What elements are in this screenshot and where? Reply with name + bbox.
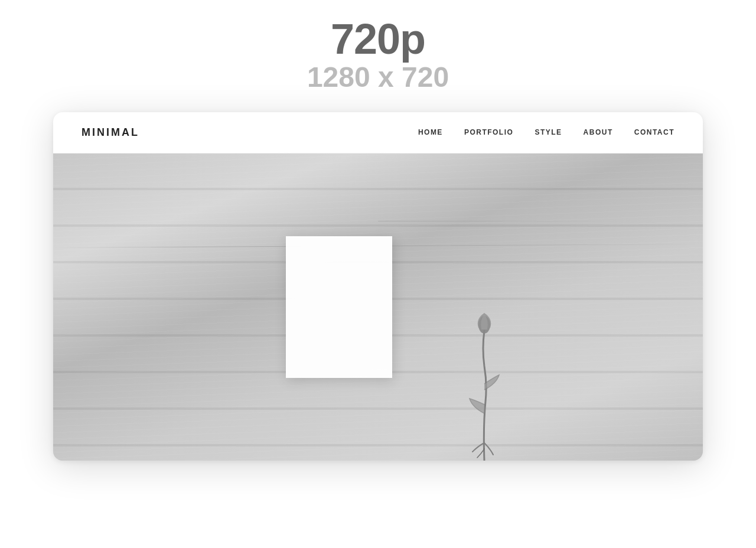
- hero-card: [286, 236, 392, 378]
- site-header: MINIMAL HOME PORTFOLIO STYLE ABOUT CONTA…: [53, 112, 703, 154]
- site-nav: HOME PORTFOLIO STYLE ABOUT CONTACT: [418, 128, 674, 136]
- nav-item-portfolio[interactable]: PORTFOLIO: [464, 128, 514, 136]
- nav-item-home[interactable]: HOME: [418, 128, 443, 136]
- resolution-badge: 720p 1280 x 720: [307, 18, 449, 94]
- resolution-label: 720p: [307, 18, 449, 60]
- hero-image: [53, 154, 703, 461]
- nav-item-contact[interactable]: CONTACT: [634, 128, 674, 136]
- nav-item-about[interactable]: ABOUT: [584, 128, 613, 136]
- site-logo[interactable]: MINIMAL: [82, 126, 139, 139]
- wood-crack-2: [378, 221, 638, 221]
- nav-item-style[interactable]: STYLE: [535, 128, 562, 136]
- resolution-dimensions: 1280 x 720: [307, 60, 449, 94]
- hero-flower: [461, 295, 508, 461]
- browser-window: MINIMAL HOME PORTFOLIO STYLE ABOUT CONTA…: [53, 112, 703, 461]
